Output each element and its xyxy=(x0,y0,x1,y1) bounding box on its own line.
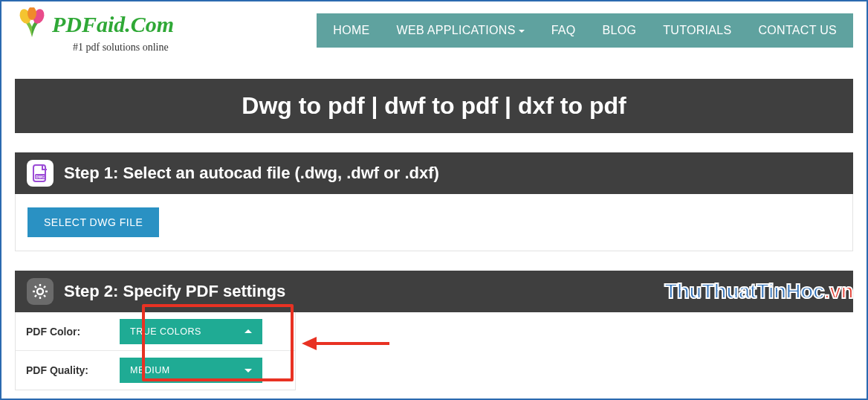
pdf-quality-dropdown[interactable]: MEDIUM xyxy=(120,358,262,383)
nav-web-applications[interactable]: WEB APPLICATIONS xyxy=(383,13,538,48)
pdf-quality-row: PDF Quality: MEDIUM xyxy=(16,351,295,390)
select-dwg-file-button[interactable]: SELECT DWG FILE xyxy=(27,207,159,237)
pdf-color-value: TRUE COLORS xyxy=(130,326,201,337)
nav-web-applications-label: WEB APPLICATIONS xyxy=(397,24,516,36)
step2-title: Step 2: Specify PDF settings xyxy=(64,282,285,301)
watermark: ThuThuatTinHoc.vn xyxy=(664,280,853,303)
caret-down-icon xyxy=(244,369,252,372)
main-nav: HOME WEB APPLICATIONS FAQ BLOG TUTORIALS… xyxy=(317,13,853,48)
caret-down-icon xyxy=(519,30,525,33)
svg-line-14 xyxy=(44,286,45,288)
watermark-part1: ThuThuatTinHoc xyxy=(664,280,824,303)
step1-header: DWG Step 1: Select an autocad file (.dwg… xyxy=(15,152,853,194)
page-title: Dwg to pdf | dwf to pdf | dxf to pdf xyxy=(15,79,853,133)
nav-contact[interactable]: CONTACT US xyxy=(745,13,850,48)
content: Dwg to pdf | dwf to pdf | dxf to pdf DWG… xyxy=(1,54,867,390)
caret-up-icon xyxy=(244,329,252,333)
pdf-quality-value: MEDIUM xyxy=(130,365,170,375)
pdf-color-label: PDF Color: xyxy=(16,326,120,338)
dwg-file-icon: DWG xyxy=(27,160,54,187)
nav-home[interactable]: HOME xyxy=(320,13,383,48)
step1-title: Step 1: Select an autocad file (.dwg, .d… xyxy=(64,164,439,183)
pdf-color-dropdown[interactable]: TRUE COLORS xyxy=(120,319,262,344)
svg-line-12 xyxy=(44,295,45,297)
nav-faq[interactable]: FAQ xyxy=(538,13,589,48)
gear-icon xyxy=(27,278,54,305)
svg-text:DWG: DWG xyxy=(36,175,45,179)
brand-name: PDFaid.Com xyxy=(52,12,174,37)
nav-blog[interactable]: BLOG xyxy=(589,13,650,48)
pdf-color-row: PDF Color: TRUE COLORS xyxy=(16,312,295,351)
logo[interactable]: PDFaid.Com #1 pdf solutions online xyxy=(15,7,174,54)
topbar: PDFaid.Com #1 pdf solutions online HOME … xyxy=(1,1,867,54)
nav-tutorials[interactable]: TUTORIALS xyxy=(650,13,745,48)
pdf-settings-table: PDF Color: TRUE COLORS PDF Quality: MEDI… xyxy=(15,312,296,390)
step1-body: SELECT DWG FILE xyxy=(15,194,853,251)
brand-tagline: #1 pdf solutions online xyxy=(73,42,169,54)
svg-line-11 xyxy=(35,286,36,288)
pdf-quality-label: PDF Quality: xyxy=(16,364,120,376)
svg-point-6 xyxy=(37,288,43,294)
watermark-part2: .vn xyxy=(824,280,853,303)
logo-flower-icon xyxy=(15,7,49,42)
page-title-text: Dwg to pdf | dwf to pdf | dxf to pdf xyxy=(242,92,626,119)
svg-line-13 xyxy=(35,295,36,297)
